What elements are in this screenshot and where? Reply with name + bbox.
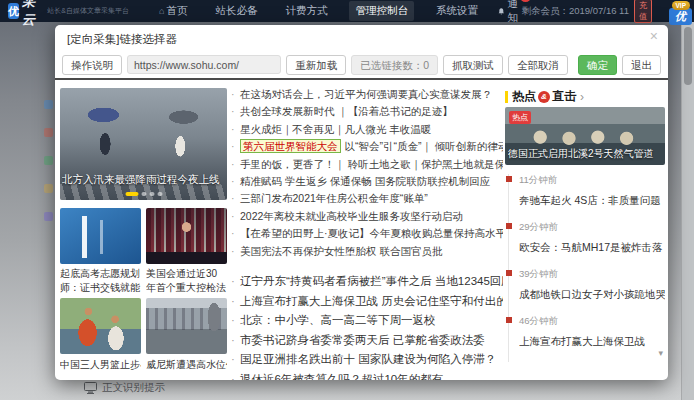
recharge-button[interactable]: 充值 <box>634 0 652 23</box>
dialog-title: [定向采集]链接选择器 <box>67 32 177 47</box>
headline-link[interactable]: 精准赋码 学生返乡 保通保畅 国务院联防联控机制回应 <box>231 173 503 190</box>
yellow-accent-bar <box>505 91 508 103</box>
headline-text: 三部门发布2021年住房公积金年度“账单” <box>240 192 428 204</box>
thumbnail-caption[interactable]: 威尼斯遭遇高水位侵袭 圣 <box>146 358 227 372</box>
notification-button[interactable]: 通知 1 <box>498 0 522 25</box>
timeline-time: 46分钟前 <box>519 315 665 328</box>
headline-link[interactable]: 共创全球发展新时代 ｜【沿着总书记的足迹】 <box>231 103 503 120</box>
headline-link[interactable]: 美国宪法不再保护女性堕胎权 联合国官员批 <box>231 243 503 260</box>
photo-column: 北方入汛来最强降雨过程今夜上线 起底高考志愿规划师：证书交钱就能拿 美国会通过近… <box>60 80 227 380</box>
hotspot-image-caption[interactable]: 德国正式启用北溪2号天然气管道 <box>508 147 662 161</box>
headline-link[interactable]: 星火成炬｜不舍再见｜凡人微光 丰收温暖 <box>231 121 503 138</box>
screen: 优 采云 站长&自媒体文章采集平台 ⌂首页 站长必备 计费方式 管理控制台 系统… <box>0 0 694 400</box>
vip-badge: VIP <box>672 1 690 10</box>
url-input[interactable] <box>127 55 281 74</box>
hero-carousel[interactable]: 北方入汛来最强降雨过程今夜上线 <box>60 88 227 200</box>
news-thumbnail-venice[interactable] <box>146 298 227 354</box>
carousel-dots <box>125 192 162 196</box>
vip-logo-icon[interactable]: 优 <box>669 8 692 25</box>
headline-link[interactable]: 上海宣布打赢大上海保卫战 历史会记住坚守和付出的所有人 <box>231 292 503 312</box>
nav-item-webmaster-tools[interactable]: 站长必备 <box>209 1 263 21</box>
content-recognition-hint: 正文识别提示 <box>84 381 165 395</box>
headline-link[interactable]: 2022年离校未就业高校毕业生服务攻坚行动启动 <box>231 208 503 225</box>
exit-button[interactable]: 退出 <box>622 55 661 75</box>
headline-link[interactable]: 辽宁丹东“持黄码者看病被拦”事件之后 当地12345回应 <box>231 272 503 292</box>
background-sidebar-icon <box>44 212 53 221</box>
link-selector-dialog: [定向采集]链接选择器 × 操作说明 重新加载 已选链接数：0 抓取测试 全部取… <box>55 25 668 380</box>
confirm-button[interactable]: 确定 <box>578 55 617 75</box>
headline-link[interactable]: 国足亚洲排名跌出前十 国家队建设为何陷入停滞？ <box>231 350 503 370</box>
headline-link[interactable]: 【在希望的田野上·夏收记】今年夏粮收购总量保持高水平 <box>231 225 503 242</box>
selected-links-counter: 已选链接数：0 <box>351 55 438 75</box>
timeline-item[interactable]: 46分钟前 上海宣布打赢大上海保卫战 <box>509 315 665 362</box>
page-scrollbar-thumb[interactable] <box>684 27 692 85</box>
chevron-right-icon: › <box>580 90 584 104</box>
headline-text: 精准赋码 学生返乡 保通保畅 国务院联防联控机制回应 <box>240 175 490 187</box>
home-icon: ⌂ <box>159 6 164 16</box>
thumbnail-caption[interactable]: 中国三人男篮止步小组赛 <box>60 358 141 372</box>
cancel-all-button[interactable]: 全部取消 <box>508 55 568 75</box>
headline-link[interactable]: 市委书记跻身省委常委两天后 已掌舵省委政法委 <box>231 331 503 351</box>
timeline-bullet-icon <box>506 176 512 182</box>
hotspot-column: 热点 & 直击 › 热点 德国正式启用北溪2号天然气管道 11分钟前 奔驰车 <box>505 80 665 380</box>
timeline-item[interactable]: 11分钟前 奔驰车起火 4S店：非质量问题 <box>509 174 665 221</box>
brand-tagline: 站长&自媒体文章采集平台 <box>47 6 129 16</box>
brand-logo-icon[interactable]: 优 <box>8 3 19 19</box>
page-scrollbar[interactable] <box>681 22 694 400</box>
nav-item-console[interactable]: 管理控制台 <box>349 1 414 21</box>
headline-link[interactable]: 北京：中小学、高一高二等下周一返校 <box>231 311 503 331</box>
monitor-icon <box>84 382 97 394</box>
selected-link-highlight[interactable]: 第六届世界智能大会 <box>240 139 341 153</box>
headline-link[interactable]: 三部门发布2021年住房公积金年度“账单” <box>231 190 503 207</box>
hotspot-image[interactable]: 热点 德国正式启用北溪2号天然气管道 <box>505 107 665 165</box>
timeline-bullet-icon <box>506 270 512 276</box>
bell-icon <box>498 6 505 17</box>
hotspot-header[interactable]: 热点 & 直击 › <box>505 88 584 105</box>
close-icon[interactable]: × <box>650 28 658 44</box>
ampersand-icon: & <box>538 91 550 103</box>
content-recognition-hint-label: 正文识别提示 <box>102 381 165 395</box>
thumbnail-caption[interactable]: 美国会通过近30年首个重大控枪法案 <box>146 267 227 295</box>
carousel-dot[interactable] <box>141 192 146 196</box>
headline-column: 在这场对话会上，习近平为何强调要真心实意谋发展？ 共创全球发展新时代 ｜【沿着总… <box>231 80 503 380</box>
help-button[interactable]: 操作说明 <box>62 55 122 75</box>
background-sidebar-icon <box>44 128 53 137</box>
timeline-title[interactable]: 奔驰车起火 4S店：非质量问题 <box>519 194 665 208</box>
scrape-test-button[interactable]: 抓取测试 <box>443 55 503 75</box>
background-sidebar-icon <box>44 184 53 193</box>
vip-corner: VIP 优 <box>664 1 692 27</box>
nav-item-settings[interactable]: 系统设置 <box>430 1 484 21</box>
headline-text: 美国宪法不再保护女性堕胎权 联合国官员批 <box>240 245 442 257</box>
news-thumbnail-basketball[interactable] <box>60 298 141 354</box>
hero-caption[interactable]: 北方入汛来最强降雨过程今夜上线 <box>62 173 225 187</box>
reload-button[interactable]: 重新加载 <box>286 55 346 75</box>
headline-link[interactable]: 第六届世界智能大会以“智会”引“质金”｜ 倾听创新的律动 <box>231 138 503 155</box>
membership-expiry: 剩余会员：2019/07/16 11 <box>521 5 629 18</box>
headline-list-top: 在这场对话会上，习近平为何强调要真心实意谋发展？ 共创全球发展新时代 ｜【沿着总… <box>231 86 503 260</box>
nav-item-home[interactable]: ⌂首页 <box>153 1 193 21</box>
headline-text: 手里的饭，更香了！｜ 聆听土地之歌｜保护黑土地就是保护每个… <box>240 158 503 170</box>
timeline-bullet-icon <box>506 223 512 229</box>
headline-link[interactable]: 退休近6年被查算久吗？超过10年的都有 <box>231 370 503 380</box>
carousel-dot[interactable] <box>149 192 154 196</box>
timeline-title[interactable]: 欧安会：马航MH17是被炸击落 <box>519 241 665 255</box>
timeline-item[interactable]: 29分钟前 欧安会：马航MH17是被炸击落 <box>509 221 665 268</box>
headline-link[interactable]: 在这场对话会上，习近平为何强调要真心实意谋发展？ <box>231 86 503 103</box>
timeline-item[interactable]: 39分钟前 成都地铁口边女子对小孩跪地哭 <box>509 268 665 315</box>
nav-menu: ⌂首页 站长必备 计费方式 管理控制台 系统设置 <box>153 1 484 21</box>
nav-item-pricing[interactable]: 计费方式 <box>279 1 333 21</box>
news-thumbnail-sign[interactable] <box>60 208 141 264</box>
thumbnail-caption[interactable]: 起底高考志愿规划师：证书交钱就能拿 <box>60 267 141 295</box>
timeline-title[interactable]: 成都地铁口边女子对小孩跪地哭 <box>519 288 665 302</box>
headline-text: 在这场对话会上，习近平为何强调要真心实意谋发展？ <box>240 88 492 100</box>
timeline-time: 29分钟前 <box>519 221 665 234</box>
account-area: 剩余会员：2019/07/16 11 充值 <box>521 0 652 23</box>
headline-link[interactable]: 手里的饭，更香了！｜ 聆听土地之歌｜保护黑土地就是保护每个… <box>231 156 503 173</box>
carousel-dot[interactable] <box>157 192 162 196</box>
scroll-down-icon[interactable]: ▾ <box>658 348 663 358</box>
news-thumbnail-biden[interactable] <box>146 208 227 264</box>
timeline-title[interactable]: 上海宣布打赢大上海保卫战 <box>519 335 665 349</box>
brand-name[interactable]: 采云 <box>22 0 40 29</box>
carousel-dot[interactable] <box>125 192 138 196</box>
timeline-time: 11分钟前 <box>519 174 665 187</box>
